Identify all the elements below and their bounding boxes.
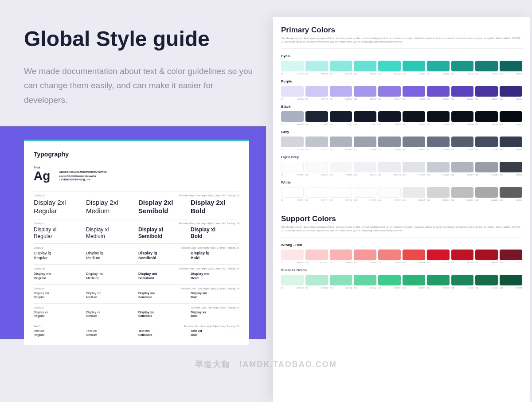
typography-size-xl: Display xlFont size: 40px | Line height:… <box>34 219 239 243</box>
color-group-name: White <box>281 180 522 184</box>
color-group-black: Black50A9B0BF1001C2435200151C2C300121827… <box>281 105 522 125</box>
typo-sample: Display xlSemibold <box>138 226 187 240</box>
typo-meta-right: Font size: 24px | Line height: 32px | Le… <box>179 267 239 270</box>
typo-sample: Text 2xlBold <box>191 329 239 337</box>
color-swatch: 60022B0A0 <box>427 61 450 75</box>
typo-sample: Display xsRegular <box>34 311 82 319</box>
color-group-purple: Purple50E5E0FA100D0C7F6200BBAEF1300A695E… <box>281 79 522 100</box>
typography-heading: Typography <box>34 151 239 158</box>
color-swatch: 700BF1326 <box>451 250 474 264</box>
typo-sample: Display mdSemibold <box>138 272 187 281</box>
color-swatch: 200FAB3B3 <box>330 250 352 264</box>
color-swatch: 700B1B4BD <box>451 162 474 176</box>
typo-sample: Display 2xlSemibold <box>138 199 187 215</box>
typo-sample: Display lgBold <box>191 251 239 261</box>
color-swatch: 300F0F1F4 <box>354 162 376 176</box>
color-swatch: 50FFFFFF <box>281 187 304 201</box>
color-swatch: 600D4D4D4 <box>427 187 450 201</box>
color-group-name: Success Green <box>281 268 522 272</box>
color-swatch: 7005A42BE <box>451 86 474 100</box>
color-swatch: 400FCFCFC <box>378 187 401 201</box>
color-swatch: 100FAFAFB <box>305 162 328 176</box>
color-swatch: 5002AC9B5 <box>403 61 425 75</box>
typo-sample: Display xlMedium <box>86 226 135 240</box>
color-swatch: 300FDFDFD <box>354 187 376 201</box>
color-swatch: 5000E1320 <box>403 111 425 125</box>
page-title: Global Style guide <box>24 27 210 51</box>
color-swatch: 500ED4A4A <box>403 250 425 264</box>
typo-sample: Display xsBold <box>191 311 239 319</box>
colors-panel: Primary Colors Our design system leverag… <box>273 17 530 402</box>
color-swatch: 8004A359F <box>475 86 498 100</box>
color-swatch: 50A9B0BF <box>281 111 304 125</box>
support-colors-desc: Our design system leverages a purposeful… <box>281 225 522 238</box>
typo-meta-left: Display 2xl <box>34 194 44 197</box>
typo-meta-left: Display sm <box>34 287 44 290</box>
color-group-wrong-red: Wrong - Red50FEE6E6100FCCCCC200FAB3B3300… <box>281 243 522 264</box>
color-swatch: 6000C111C <box>427 111 450 125</box>
color-swatch: 500EAEAEA <box>403 187 425 201</box>
color-swatch: 9003A2980 <box>500 86 522 100</box>
color-group-light-grey: Light Grey50FDFDFE100FAFAFB200F5F6F8300F… <box>281 155 522 176</box>
typo-sample: Display mdBold <box>191 272 239 281</box>
color-swatch: 800999DA8 <box>475 162 498 176</box>
color-swatch: 2008AE9DE <box>330 61 352 75</box>
font-preview: Ag ABCDEFGHIJKLMNOPQRSTUVWXYZ abcdefghij… <box>34 169 239 183</box>
color-swatch: 300F89999 <box>354 250 376 264</box>
color-swatch: 9003A3E48 <box>500 162 522 176</box>
color-group-name: Cyan <box>281 54 522 58</box>
watermark: 早道大咖 IAMDK.TAOBAO.COM <box>195 359 337 370</box>
color-swatch: 100B1EBD1 <box>305 275 328 289</box>
color-swatch: 7001B978A <box>451 61 474 75</box>
typo-sample: Display mdMedium <box>86 272 135 281</box>
color-swatch: 900781527 <box>500 250 522 264</box>
color-swatch: 700565E70 <box>451 137 474 151</box>
typo-meta-right: Font size: 48px | Line height: 60px | Le… <box>179 194 239 197</box>
color-swatch: 600C9CBD2 <box>427 162 450 176</box>
color-swatch: 900060A11 <box>500 111 522 125</box>
typo-sample: Text 2xlSemibold <box>138 329 187 337</box>
typo-meta-right: Font size: 16px | Line height: 24px | 1r… <box>184 325 239 328</box>
color-swatch: 400F58080 <box>378 250 401 264</box>
color-swatch: 400101623 <box>378 111 401 125</box>
font-name-label: Inter <box>34 166 239 169</box>
color-swatch: 100D0C7F6 <box>305 86 328 100</box>
color-swatch: 30063D7A3 <box>354 275 376 289</box>
support-colors-heading: Support Colors <box>281 215 522 223</box>
primary-colors-desc: Our design system leverages a purposeful… <box>281 36 522 49</box>
color-swatch: 50D8F5E8 <box>281 275 304 289</box>
color-swatch: 800A8A8A8 <box>475 187 498 201</box>
typo-meta-right: Font size: 40px | Line height: 48px | Le… <box>179 222 239 225</box>
color-swatch: 100B0F0E8 <box>305 61 328 75</box>
typography-size-text: Text 2xlFont size: 16px | Line height: 2… <box>34 322 239 341</box>
typography-size-xs: Display xsFont size: 18px | Line height:… <box>34 303 239 322</box>
typo-meta-left: Display xs <box>34 306 44 309</box>
typo-sample: Display mdRegular <box>34 272 82 281</box>
typo-sample: Display smBold <box>191 292 239 300</box>
color-swatch: 300121827 <box>354 111 376 125</box>
color-swatch: 400917CE7 <box>378 86 401 100</box>
typo-sample: Text 2xlRegular <box>34 329 82 337</box>
color-swatch: 7000A0F18 <box>451 111 474 125</box>
color-swatch: 100FFFFFF <box>305 187 328 201</box>
typography-size-sm: Display smFont size: 20px | Line height:… <box>34 284 239 303</box>
color-group-name: Light Grey <box>281 155 522 159</box>
color-swatch: 6006B52D1 <box>427 86 450 100</box>
color-swatch: 9000E553A <box>500 275 522 289</box>
typography-size-md: Display mdFont size: 24px | Line height:… <box>34 264 239 284</box>
page-subtitle: We made documentation about text & color… <box>24 64 259 107</box>
color-swatch: 800A81121 <box>475 250 498 264</box>
typo-meta-left: Text 2xl <box>34 325 41 328</box>
typo-sample: Text 2xlMedium <box>86 329 135 337</box>
color-swatch: 4003DDAC7 <box>378 61 401 75</box>
color-group-success-green: Success Green50D8F5E8100B1EBD12008AE1BA3… <box>281 268 522 289</box>
color-swatch: 500788090 <box>403 137 425 151</box>
color-swatch: 600676F80 <box>427 137 450 151</box>
color-group-cyan: Cyan50D4F7F2100B0F0E82008AE9DE30063E2D34… <box>281 54 522 75</box>
typo-sample: Display xsSemibold <box>138 311 187 319</box>
typo-sample: Display smMedium <box>86 292 135 300</box>
typo-sample: Display lgRegular <box>34 251 82 261</box>
color-swatch: 50D2D5DB <box>281 137 304 151</box>
typography-size-lg: Display lgFont size: 32px | Line height:… <box>34 243 239 265</box>
typo-sample: Display 2xlRegular <box>34 199 82 215</box>
